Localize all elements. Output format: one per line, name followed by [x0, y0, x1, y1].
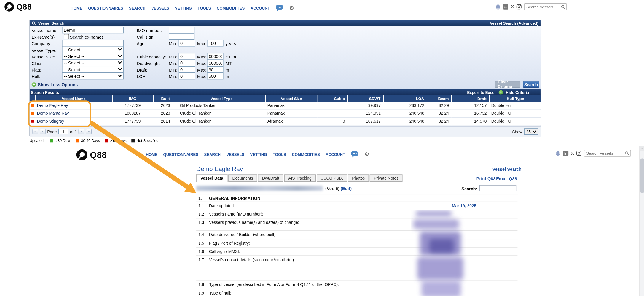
nav-account[interactable]: ACCOUNT	[326, 152, 345, 156]
x-social-icon[interactable]: X	[571, 151, 574, 155]
page-number-input[interactable]	[58, 129, 68, 134]
nav-vetting[interactable]: VETTING	[250, 152, 267, 156]
col-sdwt[interactable]: SDWT	[347, 95, 383, 102]
detail-search-input[interactable]	[479, 185, 517, 191]
col-built[interactable]: Built	[153, 95, 178, 102]
linkedin-icon[interactable]: in	[563, 151, 568, 156]
cubic-min-input[interactable]	[179, 53, 195, 60]
table-row[interactable]: Demo Eagle Ray 1777739 2023 Oil Products…	[30, 102, 541, 109]
gear-icon[interactable]: ⚙	[364, 151, 369, 157]
tab-vessel-data[interactable]: Vessel Data	[196, 174, 227, 182]
cell-vessel-name[interactable]: Demo Eagle Ray	[35, 102, 112, 109]
table-row[interactable]: Demo Manta Ray 1800287 2023 Crude Oil Ta…	[30, 109, 541, 117]
x-social-icon[interactable]: X	[511, 4, 514, 9]
col-hull-type[interactable]: Hull Type	[489, 95, 541, 102]
nav-account[interactable]: ACCOUNT	[251, 6, 270, 10]
instagram-icon[interactable]	[576, 151, 582, 156]
company-input[interactable]	[62, 40, 124, 46]
export-to-excel-link[interactable]: Export to Excel	[467, 90, 495, 94]
col-beam[interactable]: Beam	[427, 95, 451, 102]
q88-logo[interactable]: Q88	[76, 149, 107, 161]
col-vessel-size[interactable]: Vessel Size	[265, 95, 318, 102]
dwt-min-input[interactable]	[179, 60, 195, 66]
nav-home[interactable]: HOME	[146, 152, 157, 156]
vessel-name-input[interactable]	[62, 27, 124, 33]
draft-max-input[interactable]	[207, 66, 223, 73]
scrollbar-thumb[interactable]	[640, 158, 644, 193]
hull-select[interactable]: -- Select --	[62, 72, 124, 80]
search-button[interactable]: Search	[523, 81, 539, 88]
chat-icon[interactable]	[351, 151, 358, 157]
nav-commodities[interactable]: COMMODITIES	[217, 6, 245, 10]
col-cubic[interactable]: Cubic	[318, 95, 347, 102]
search-icon	[625, 151, 629, 155]
instagram-icon[interactable]	[517, 4, 522, 10]
print-q88-link[interactable]: Print Q88	[476, 176, 496, 181]
page-size-select[interactable]: 25	[524, 128, 538, 135]
next-page-button[interactable]: ›	[79, 129, 84, 134]
edit-link[interactable]: (Edit)	[341, 186, 352, 191]
bell-icon[interactable]	[495, 4, 501, 10]
draft-min-input[interactable]	[179, 66, 195, 73]
bell-icon[interactable]	[555, 150, 561, 156]
last-page-button[interactable]: »	[86, 129, 92, 134]
tab-documents[interactable]: Documents	[228, 174, 257, 182]
age-max-input[interactable]	[207, 40, 223, 46]
gear-icon[interactable]: ⚙	[289, 5, 294, 10]
vessel-size-select[interactable]: -- Select --	[62, 53, 124, 60]
vessel-search-input[interactable]	[525, 4, 559, 10]
col-loa[interactable]: LOA	[383, 95, 427, 102]
loa-max-input[interactable]	[207, 73, 223, 79]
loa-min-input[interactable]	[179, 73, 195, 79]
col-imo[interactable]: IMO	[112, 95, 153, 102]
tab-photos[interactable]: Photos	[348, 174, 369, 182]
linkedin-icon[interactable]: in	[503, 4, 508, 10]
vessel-search-link[interactable]: Vessel Search	[492, 167, 522, 172]
class-select[interactable]: -- Select --	[62, 59, 124, 66]
cell-vessel-name[interactable]: Demo Stingray	[35, 117, 112, 125]
call-sign-input[interactable]	[169, 33, 194, 40]
nav-questionnaires[interactable]: QUESTIONNAIRES	[88, 6, 123, 10]
nav-commodities[interactable]: COMMODITIES	[292, 152, 320, 156]
chat-icon[interactable]	[276, 4, 283, 11]
cell-vessel-name[interactable]: Demo Manta Ray	[35, 109, 112, 117]
col-vessel-type[interactable]: Vessel Type	[178, 95, 265, 102]
nav-tools[interactable]: TOOLS	[197, 6, 211, 10]
nav-tools[interactable]: TOOLS	[273, 152, 286, 156]
nav-vessels[interactable]: VESSELS	[151, 6, 169, 10]
vessel-type-select[interactable]: -- Select --	[62, 46, 124, 53]
cell-cubic: 0	[318, 117, 347, 125]
nav-home[interactable]: HOME	[71, 6, 82, 10]
prev-page-button[interactable]: ‹	[40, 129, 45, 134]
dwt-max-input[interactable]	[207, 60, 223, 66]
email-q88-link[interactable]: Email Q88	[496, 176, 517, 181]
clear-criteria-button[interactable]: Clear Criteria	[495, 81, 520, 88]
col-draft[interactable]: Draft	[451, 95, 489, 102]
question-text: Type of vessel (as described in Form A o…	[209, 281, 411, 289]
nav-questionnaires[interactable]: QUESTIONNAIRES	[163, 152, 198, 156]
flag-select[interactable]: -- Select --	[62, 66, 124, 73]
vessel-search-advanced-link[interactable]: Vessel Search (Advanced)	[490, 21, 538, 26]
nav-search[interactable]: SEARCH	[204, 152, 221, 156]
status-square	[31, 120, 34, 123]
col-vessel-name[interactable]: Vessel Name	[35, 95, 112, 102]
tab-dwt-draft[interactable]: Dwt/Draft	[258, 174, 283, 182]
tab-private-notes[interactable]: Private Notes	[370, 174, 403, 182]
first-page-button[interactable]: «	[32, 129, 38, 134]
nav-vessels[interactable]: VESSELS	[226, 152, 244, 156]
nav-search[interactable]: SEARCH	[129, 6, 146, 10]
vessel-search-input[interactable]	[585, 151, 623, 156]
tab-uscg-psix[interactable]: USCG PSIX	[316, 174, 347, 182]
hide-criteria-link[interactable]: Hide Criteria	[506, 90, 529, 94]
scroll-up-button[interactable]: ▲	[640, 146, 644, 151]
search-ex-names-checkbox[interactable]	[64, 34, 69, 39]
table-row[interactable]: Demo Stingray 1777739 2014 Crude Oil Tan…	[30, 117, 541, 125]
imo-number-input[interactable]	[169, 27, 194, 33]
cubic-max-input[interactable]	[207, 53, 223, 60]
show-less-options-link[interactable]: – Show Less Options	[32, 82, 78, 87]
nav-vetting[interactable]: VETTING	[175, 6, 192, 10]
flag-label: Flag:	[32, 67, 41, 72]
tab-ais-tracking[interactable]: AIS Tracking	[284, 174, 315, 182]
q88-logo[interactable]: Q88	[4, 2, 32, 12]
age-min-input[interactable]	[179, 40, 195, 46]
